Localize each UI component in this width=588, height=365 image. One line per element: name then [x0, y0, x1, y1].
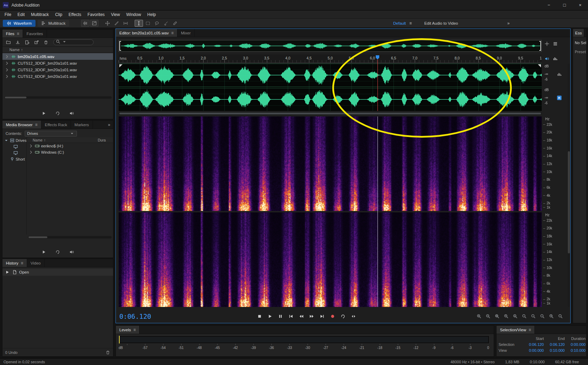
media-duration-column[interactable]: Dura: [98, 138, 113, 142]
menu-item[interactable]: Help: [144, 10, 159, 19]
skip-selection-button[interactable]: [349, 312, 358, 321]
minimize-button[interactable]: −: [541, 0, 557, 10]
file-row[interactable]: bm20a1s01.c05.wav: [2, 53, 113, 60]
media-name-column[interactable]: Name: [33, 138, 42, 142]
media-tabs-overflow-button[interactable]: »: [105, 121, 113, 129]
workspace-name[interactable]: Default: [393, 21, 406, 25]
files-panel-menu-icon[interactable]: ≡: [17, 31, 19, 36]
overview-right-handle[interactable]: [539, 41, 541, 51]
menu-item[interactable]: Clip: [52, 10, 65, 19]
tab-markers[interactable]: Markers: [71, 121, 93, 129]
media-tree-item[interactable]: [2, 144, 26, 150]
sv-end-value[interactable]: 0:10.000: [544, 348, 565, 352]
file-row[interactable]: CUT512_6DOF_bm20a1s01.wav: [2, 73, 113, 80]
tab-effects-rack[interactable]: Effects Rack: [41, 121, 71, 129]
search-options-caret-icon[interactable]: [62, 39, 67, 46]
sv-start-value[interactable]: 0:06.120: [522, 342, 544, 347]
pause-button[interactable]: [276, 312, 285, 321]
overview-menu-icon[interactable]: [553, 41, 558, 46]
media-column-header[interactable]: Name↑ Dura: [27, 137, 113, 143]
waveform-display[interactable]: [119, 64, 542, 111]
tool-lasso-selection-tool[interactable]: [153, 20, 161, 27]
expand-chevron-icon[interactable]: [5, 74, 9, 79]
levels-panel-menu-icon[interactable]: ≡: [133, 327, 136, 332]
zoom-amplitude-out-button[interactable]: [511, 312, 519, 321]
tool-marquee-selection-tool[interactable]: [144, 20, 152, 27]
expand-chevron-icon[interactable]: [5, 67, 9, 72]
editor-vertical-scrollbar[interactable]: [568, 64, 570, 307]
tool-slip-tool[interactable]: [121, 20, 130, 27]
caret-down-icon[interactable]: [4, 138, 9, 143]
zoom-in-button[interactable]: [475, 312, 483, 321]
tab-history[interactable]: History ≡: [2, 259, 27, 267]
menu-item[interactable]: Favorites: [85, 10, 108, 19]
tool-spot-healing-brush-tool[interactable]: [171, 20, 179, 27]
new-file-button[interactable]: [24, 40, 30, 45]
tab-favorites[interactable]: Favorites: [23, 30, 47, 38]
workspace-menu-icon[interactable]: ≡: [409, 21, 412, 26]
import-file-button[interactable]: [15, 40, 21, 45]
monitor-speaker-icon[interactable]: [545, 56, 549, 61]
tab-selection-view[interactable]: Selection/View ≡: [496, 326, 535, 334]
sv-start-value[interactable]: 0:00.000: [522, 348, 544, 352]
files-horizontal-scrollbar[interactable]: [5, 96, 112, 99]
insert-into-multitrack-button[interactable]: [34, 40, 39, 45]
menu-item[interactable]: View: [108, 10, 123, 19]
close-button[interactable]: ×: [572, 0, 588, 10]
expand-chevron-icon[interactable]: [29, 144, 33, 148]
selection-view-menu-icon[interactable]: ≡: [529, 327, 531, 332]
preview-play-button[interactable]: [41, 250, 46, 254]
tool-move-tool[interactable]: [103, 20, 112, 27]
zoom-out-button[interactable]: [484, 312, 492, 321]
playhead-marker[interactable]: [376, 55, 379, 58]
rewind-button[interactable]: [297, 312, 306, 321]
files-name-column[interactable]: Name: [9, 48, 19, 52]
workspace-hint[interactable]: Edit Audio to Video: [424, 21, 458, 25]
right-channel-badge[interactable]: R: [557, 96, 562, 100]
zoom-amplitude-in-button[interactable]: [502, 312, 510, 321]
tool-waveform-view[interactable]: [81, 20, 89, 27]
skip-to-start-button[interactable]: [286, 312, 295, 321]
fade-in-handle[interactable]: [119, 64, 122, 67]
spectrogram-left[interactable]: [119, 116, 542, 211]
clear-history-button[interactable]: [105, 350, 110, 355]
zoom-selection-edge-button[interactable]: [538, 312, 547, 321]
file-row[interactable]: CUT512_3DOF_bm20a1s01.wav: [2, 60, 113, 66]
channel-meter-icon[interactable]: [557, 72, 562, 77]
zoom-reset-button[interactable]: [547, 312, 556, 321]
media-tree-item[interactable]: [2, 150, 26, 156]
record-button[interactable]: [328, 312, 337, 321]
zoom-point-in-button[interactable]: [520, 312, 529, 321]
auto-play-button[interactable]: [69, 250, 74, 254]
stop-button[interactable]: [255, 312, 264, 321]
expand-chevron-icon[interactable]: [5, 61, 9, 66]
zoom-full-button[interactable]: [556, 312, 565, 321]
preview-play-button[interactable]: [41, 111, 46, 116]
tab-editor[interactable]: Editor: bm20a1s01.c05.wav ≡: [116, 29, 177, 37]
loop-playback-button[interactable]: [339, 312, 348, 321]
media-horizontal-scrollbar[interactable]: [28, 236, 112, 238]
waveform-canvas[interactable]: [119, 64, 542, 111]
menu-item[interactable]: File: [1, 10, 14, 19]
tool-spectral-view[interactable]: [90, 20, 98, 27]
tool-time-selection-tool[interactable]: [135, 20, 143, 27]
contents-dropdown[interactable]: Drives: [25, 131, 77, 137]
tab-files[interactable]: Files ≡: [2, 30, 23, 38]
zoom-point-out-button[interactable]: [529, 312, 538, 321]
expand-chevron-icon[interactable]: [29, 150, 33, 155]
level-meter[interactable]: [119, 335, 490, 344]
sv-duration-value[interactable]: 0:10.000: [565, 348, 586, 352]
menu-item[interactable]: Edit: [14, 10, 28, 19]
waveform-view-button[interactable]: Waveform: [3, 20, 35, 27]
waveform-horizontal-scrollbar[interactable]: [119, 112, 542, 115]
editor-panel-menu-icon[interactable]: ≡: [171, 31, 174, 35]
fade-out-handle[interactable]: [538, 64, 541, 67]
tab-media-browser[interactable]: Media Browser ≡: [2, 121, 41, 129]
open-file-button[interactable]: [6, 40, 11, 45]
drive-row[interactable]: Windows (C:): [27, 149, 113, 155]
media-panel-menu-icon[interactable]: ≡: [35, 122, 38, 127]
spectrogram-right[interactable]: [119, 212, 542, 307]
multitrack-view-button[interactable]: Multitrack: [38, 20, 69, 27]
history-entry[interactable]: Open: [2, 269, 113, 276]
meters-icon[interactable]: [553, 56, 558, 61]
